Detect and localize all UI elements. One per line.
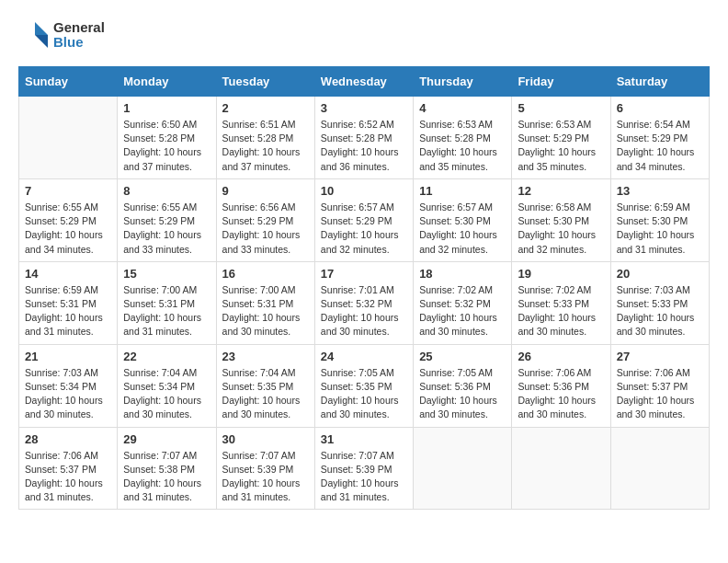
day-info: Sunrise: 6:59 AMSunset: 5:31 PMDaylight:… xyxy=(25,283,111,339)
day-number: 19 xyxy=(518,267,604,281)
calendar-header-row: SundayMondayTuesdayWednesdayThursdayFrid… xyxy=(19,67,710,97)
day-number: 13 xyxy=(617,184,703,198)
day-info: Sunrise: 6:52 AMSunset: 5:28 PMDaylight:… xyxy=(321,118,407,174)
calendar-cell: 23Sunrise: 7:04 AMSunset: 5:35 PMDayligh… xyxy=(216,344,314,427)
day-info: Sunrise: 7:01 AMSunset: 5:32 PMDaylight:… xyxy=(321,283,407,339)
calendar-cell: 7Sunrise: 6:55 AMSunset: 5:29 PMDaylight… xyxy=(19,178,118,261)
day-info: Sunrise: 7:06 AMSunset: 5:37 PMDaylight:… xyxy=(617,366,703,422)
calendar-cell: 2Sunrise: 6:51 AMSunset: 5:28 PMDaylight… xyxy=(216,97,314,179)
calendar-cell xyxy=(19,97,118,179)
day-info: Sunrise: 6:53 AMSunset: 5:28 PMDaylight:… xyxy=(419,118,506,174)
logo: General Blue xyxy=(18,18,105,52)
calendar-cell xyxy=(610,427,709,510)
calendar-cell: 22Sunrise: 7:04 AMSunset: 5:34 PMDayligh… xyxy=(118,344,216,427)
day-number: 23 xyxy=(222,350,309,363)
day-number: 6 xyxy=(617,101,703,115)
day-info: Sunrise: 7:04 AMSunset: 5:35 PMDaylight:… xyxy=(222,366,309,422)
day-number: 1 xyxy=(123,101,210,115)
logo-container: General Blue xyxy=(18,18,105,52)
day-info: Sunrise: 7:05 AMSunset: 5:36 PMDaylight:… xyxy=(419,366,506,422)
day-number: 20 xyxy=(617,267,703,281)
day-number: 16 xyxy=(222,267,309,281)
day-number: 2 xyxy=(222,101,309,115)
calendar-cell: 8Sunrise: 6:55 AMSunset: 5:29 PMDaylight… xyxy=(118,178,216,261)
calendar-cell: 19Sunrise: 7:02 AMSunset: 5:33 PMDayligh… xyxy=(512,261,610,344)
calendar-cell: 4Sunrise: 6:53 AMSunset: 5:28 PMDaylight… xyxy=(414,97,512,179)
day-of-week-header: Monday xyxy=(118,67,216,97)
day-info: Sunrise: 6:53 AMSunset: 5:29 PMDaylight:… xyxy=(518,118,604,174)
day-number: 26 xyxy=(518,350,604,363)
day-info: Sunrise: 7:06 AMSunset: 5:36 PMDaylight:… xyxy=(518,366,604,422)
day-number: 30 xyxy=(222,432,309,446)
calendar-cell: 9Sunrise: 6:56 AMSunset: 5:29 PMDaylight… xyxy=(216,178,314,261)
calendar-table: SundayMondayTuesdayWednesdayThursdayFrid… xyxy=(18,66,710,510)
day-info: Sunrise: 7:03 AMSunset: 5:33 PMDaylight:… xyxy=(617,283,703,339)
day-info: Sunrise: 6:56 AMSunset: 5:29 PMDaylight:… xyxy=(222,201,309,257)
day-info: Sunrise: 7:05 AMSunset: 5:35 PMDaylight:… xyxy=(321,366,407,422)
day-number: 5 xyxy=(518,101,604,115)
day-info: Sunrise: 6:55 AMSunset: 5:29 PMDaylight:… xyxy=(123,201,210,257)
day-info: Sunrise: 7:07 AMSunset: 5:39 PMDaylight:… xyxy=(321,449,407,505)
calendar-cell: 5Sunrise: 6:53 AMSunset: 5:29 PMDaylight… xyxy=(512,97,610,179)
day-number: 7 xyxy=(25,184,111,198)
calendar-cell: 1Sunrise: 6:50 AMSunset: 5:28 PMDaylight… xyxy=(118,97,216,179)
day-number: 17 xyxy=(321,267,407,281)
day-of-week-header: Sunday xyxy=(19,67,118,97)
calendar-cell xyxy=(512,427,610,510)
calendar-cell: 16Sunrise: 7:00 AMSunset: 5:31 PMDayligh… xyxy=(216,261,314,344)
calendar-cell: 10Sunrise: 6:57 AMSunset: 5:29 PMDayligh… xyxy=(314,178,413,261)
calendar-week-row: 14Sunrise: 6:59 AMSunset: 5:31 PMDayligh… xyxy=(19,261,710,344)
calendar-cell: 31Sunrise: 7:07 AMSunset: 5:39 PMDayligh… xyxy=(314,427,413,510)
day-number: 9 xyxy=(222,184,309,198)
day-info: Sunrise: 6:54 AMSunset: 5:29 PMDaylight:… xyxy=(617,118,703,174)
day-info: Sunrise: 7:00 AMSunset: 5:31 PMDaylight:… xyxy=(123,283,210,339)
calendar-cell: 30Sunrise: 7:07 AMSunset: 5:39 PMDayligh… xyxy=(216,427,314,510)
calendar-cell: 25Sunrise: 7:05 AMSunset: 5:36 PMDayligh… xyxy=(414,344,512,427)
svg-marker-0 xyxy=(35,22,48,35)
page-header: General Blue xyxy=(18,18,710,52)
day-number: 18 xyxy=(419,267,506,281)
day-info: Sunrise: 6:55 AMSunset: 5:29 PMDaylight:… xyxy=(25,201,111,257)
day-info: Sunrise: 6:57 AMSunset: 5:30 PMDaylight:… xyxy=(419,201,506,257)
calendar-cell: 12Sunrise: 6:58 AMSunset: 5:30 PMDayligh… xyxy=(512,178,610,261)
day-number: 14 xyxy=(25,267,111,281)
calendar-cell: 24Sunrise: 7:05 AMSunset: 5:35 PMDayligh… xyxy=(314,344,413,427)
day-info: Sunrise: 7:02 AMSunset: 5:33 PMDaylight:… xyxy=(518,283,604,339)
calendar-week-row: 28Sunrise: 7:06 AMSunset: 5:37 PMDayligh… xyxy=(19,427,710,510)
calendar-cell xyxy=(414,427,512,510)
calendar-cell: 29Sunrise: 7:07 AMSunset: 5:38 PMDayligh… xyxy=(118,427,216,510)
day-number: 12 xyxy=(518,184,604,198)
day-number: 15 xyxy=(123,267,210,281)
day-info: Sunrise: 6:58 AMSunset: 5:30 PMDaylight:… xyxy=(518,201,604,257)
day-info: Sunrise: 7:03 AMSunset: 5:34 PMDaylight:… xyxy=(25,366,111,422)
day-number: 8 xyxy=(123,184,210,198)
day-info: Sunrise: 7:04 AMSunset: 5:34 PMDaylight:… xyxy=(123,366,210,422)
calendar-cell: 6Sunrise: 6:54 AMSunset: 5:29 PMDaylight… xyxy=(610,97,709,179)
calendar-cell: 28Sunrise: 7:06 AMSunset: 5:37 PMDayligh… xyxy=(19,427,118,510)
calendar-week-row: 21Sunrise: 7:03 AMSunset: 5:34 PMDayligh… xyxy=(19,344,710,427)
day-info: Sunrise: 6:50 AMSunset: 5:28 PMDaylight:… xyxy=(123,118,210,174)
day-info: Sunrise: 7:07 AMSunset: 5:38 PMDaylight:… xyxy=(123,449,210,505)
calendar-week-row: 1Sunrise: 6:50 AMSunset: 5:28 PMDaylight… xyxy=(19,97,710,179)
day-number: 22 xyxy=(123,350,210,363)
day-info: Sunrise: 6:51 AMSunset: 5:28 PMDaylight:… xyxy=(222,118,309,174)
day-number: 4 xyxy=(419,101,506,115)
day-number: 28 xyxy=(25,432,111,446)
day-number: 25 xyxy=(419,350,506,363)
day-of-week-header: Thursday xyxy=(414,67,512,97)
day-of-week-header: Tuesday xyxy=(216,67,314,97)
day-number: 27 xyxy=(617,350,703,363)
day-info: Sunrise: 7:06 AMSunset: 5:37 PMDaylight:… xyxy=(25,449,111,505)
day-info: Sunrise: 7:00 AMSunset: 5:31 PMDaylight:… xyxy=(222,283,309,339)
calendar-cell: 20Sunrise: 7:03 AMSunset: 5:33 PMDayligh… xyxy=(610,261,709,344)
calendar-cell: 11Sunrise: 6:57 AMSunset: 5:30 PMDayligh… xyxy=(414,178,512,261)
calendar-cell: 14Sunrise: 6:59 AMSunset: 5:31 PMDayligh… xyxy=(19,261,118,344)
day-info: Sunrise: 7:02 AMSunset: 5:32 PMDaylight:… xyxy=(419,283,506,339)
calendar-cell: 13Sunrise: 6:59 AMSunset: 5:30 PMDayligh… xyxy=(610,178,709,261)
day-of-week-header: Wednesday xyxy=(314,67,413,97)
calendar-week-row: 7Sunrise: 6:55 AMSunset: 5:29 PMDaylight… xyxy=(19,178,710,261)
day-number: 11 xyxy=(419,184,506,198)
day-number: 24 xyxy=(321,350,407,363)
day-info: Sunrise: 7:07 AMSunset: 5:39 PMDaylight:… xyxy=(222,449,309,505)
logo-svg xyxy=(18,18,51,52)
